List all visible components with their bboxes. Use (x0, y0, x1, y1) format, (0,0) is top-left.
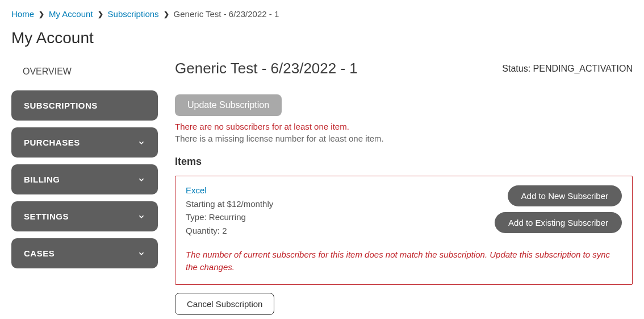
item-price: Starting at $12/monthly (186, 197, 495, 210)
item-info: Excel Starting at $12/monthly Type: Recu… (186, 185, 495, 237)
breadcrumb-subscriptions[interactable]: Subscriptions (108, 9, 159, 19)
sidebar-item-cases[interactable]: CASES (11, 238, 158, 268)
chevron-down-icon (137, 139, 145, 147)
sidebar-item-label: SETTINGS (24, 212, 69, 221)
item-actions: Add to New Subscriber Add to Existing Su… (495, 185, 622, 237)
chevron-down-icon (137, 250, 145, 258)
main-content: Generic Test - 6/23/2022 - 1 Status: PEN… (175, 60, 633, 315)
sidebar: OVERVIEW SUBSCRIPTIONS PURCHASES BILLING… (11, 60, 158, 315)
sidebar-item-label: CASES (24, 248, 55, 258)
add-new-subscriber-button[interactable]: Add to New Subscriber (508, 185, 622, 206)
sidebar-item-subscriptions[interactable]: SUBSCRIPTIONS (11, 90, 158, 121)
subscription-title: Generic Test - 6/23/2022 - 1 (175, 60, 358, 77)
chevron-down-icon (137, 176, 145, 184)
sidebar-item-billing[interactable]: BILLING (11, 164, 158, 194)
warning-missing-license: There is a missing license number for at… (175, 134, 633, 143)
subscription-header: Generic Test - 6/23/2022 - 1 Status: PEN… (175, 60, 633, 77)
sidebar-overview[interactable]: OVERVIEW (11, 60, 158, 90)
sidebar-item-label: PURCHASES (24, 138, 80, 147)
breadcrumb: Home ❯ My Account ❯ Subscriptions ❯ Gene… (11, 7, 633, 19)
page-title: My Account (11, 29, 633, 47)
item-row: Excel Starting at $12/monthly Type: Recu… (186, 185, 622, 237)
items-panel: Excel Starting at $12/monthly Type: Recu… (175, 176, 633, 285)
items-header: Items (175, 156, 633, 168)
item-type: Type: Recurring (186, 210, 495, 223)
item-sync-warning: The number of current subscribers for th… (186, 248, 622, 274)
sidebar-item-label: SUBSCRIPTIONS (24, 101, 98, 110)
item-quantity: Quantity: 2 (186, 224, 495, 237)
breadcrumb-current: Generic Test - 6/23/2022 - 1 (174, 9, 279, 19)
sidebar-item-purchases[interactable]: PURCHASES (11, 127, 158, 158)
breadcrumb-home[interactable]: Home (11, 9, 34, 19)
add-existing-subscriber-button[interactable]: Add to Existing Subscriber (495, 212, 622, 233)
sidebar-item-settings[interactable]: SETTINGS (11, 201, 158, 231)
breadcrumb-my-account[interactable]: My Account (49, 9, 93, 19)
chevron-right-icon: ❯ (98, 10, 103, 18)
sidebar-item-label: BILLING (24, 175, 60, 184)
chevron-right-icon: ❯ (164, 10, 169, 18)
chevron-right-icon: ❯ (39, 10, 44, 18)
item-name-link[interactable]: Excel (186, 185, 207, 195)
status-badge: Status: PENDING_ACTIVATION (502, 64, 633, 74)
chevron-down-icon (137, 213, 145, 221)
warning-no-subscribers: There are no subscribers for at least on… (175, 122, 633, 131)
cancel-subscription-button[interactable]: Cancel Subscription (175, 293, 274, 315)
update-subscription-button[interactable]: Update Subscription (175, 94, 282, 116)
status-value: PENDING_ACTIVATION (533, 64, 633, 73)
status-label: Status: (502, 64, 533, 73)
